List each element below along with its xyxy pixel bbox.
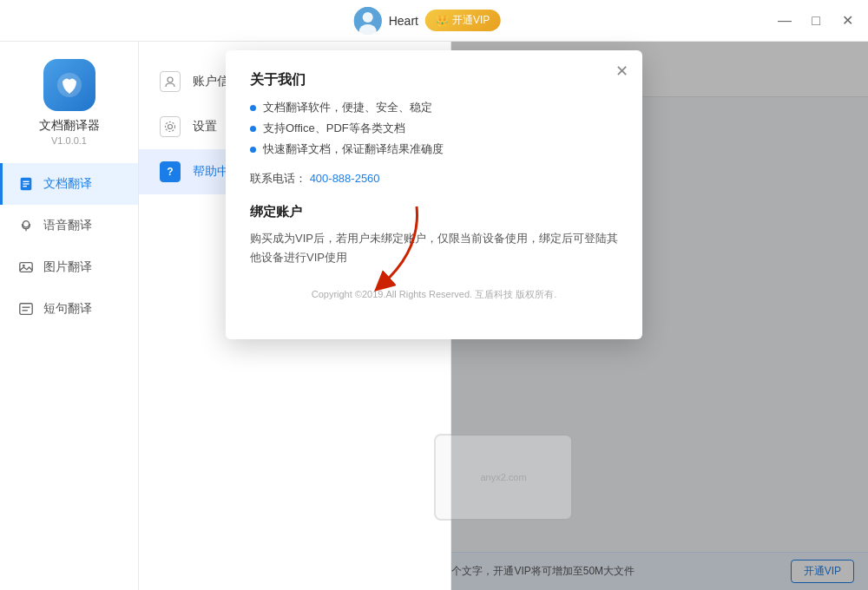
restore-button[interactable]: □ bbox=[802, 7, 830, 35]
image-icon bbox=[17, 259, 35, 276]
titlebar: Heart 👑 开通VIP — □ ✕ bbox=[0, 0, 868, 42]
sidebar-item-voice-label: 语音翻译 bbox=[43, 218, 92, 233]
contact-line: 联系电话： 400-888-2560 bbox=[250, 171, 618, 187]
svg-rect-10 bbox=[20, 263, 32, 272]
main-container: 文档翻译器 V1.0.0.1 文档翻译 语音翻译 bbox=[0, 42, 868, 590]
about-title: 关于我们 bbox=[250, 71, 618, 89]
features-list: 文档翻译软件，便捷、安全、稳定 支持Office、PDF等各类文档 快速翻译文档… bbox=[250, 100, 618, 157]
close-button[interactable]: ✕ bbox=[833, 7, 861, 35]
sidebar-item-image[interactable]: 图片翻译 bbox=[0, 246, 138, 288]
svg-point-11 bbox=[23, 265, 25, 267]
feature-item-0: 文档翻译软件，便捷、安全、稳定 bbox=[250, 100, 618, 115]
sidebar-item-short-label: 短句翻译 bbox=[43, 301, 92, 317]
dot-icon-2 bbox=[250, 147, 256, 153]
dot-icon-0 bbox=[250, 105, 256, 111]
feature-item-1: 支持Office、PDF等各类文档 bbox=[250, 121, 618, 136]
user-info: Heart 👑 开通VIP bbox=[354, 7, 515, 35]
avatar bbox=[354, 7, 382, 35]
watermark-img: anyx2.com bbox=[434, 434, 573, 521]
dialog-close-button[interactable]: ✕ bbox=[611, 61, 632, 82]
svg-point-8 bbox=[23, 221, 29, 227]
watermark: anyx2.com bbox=[434, 434, 573, 521]
voice-icon bbox=[17, 217, 35, 234]
short-icon bbox=[17, 300, 35, 318]
sidebar-item-voice[interactable]: 语音翻译 bbox=[0, 205, 138, 246]
help-dialog: ✕ 关于我们 文档翻译软件，便捷、安全、稳定 支持Office、PDF等各类文档 bbox=[226, 50, 642, 339]
bind-title: 绑定账户 bbox=[250, 204, 618, 220]
minimize-button[interactable]: — bbox=[771, 7, 799, 35]
svg-rect-12 bbox=[20, 304, 32, 315]
app-name: 文档翻译器 bbox=[39, 118, 100, 134]
dialog-footer: Copyright ©2019.All Rights Reserved. 互盾科… bbox=[250, 288, 618, 301]
doc-icon bbox=[17, 175, 35, 193]
settings-icon bbox=[160, 116, 181, 137]
contact-phone[interactable]: 400-888-2560 bbox=[310, 172, 380, 185]
feature-item-2: 快速翻译文档，保证翻译结果准确度 bbox=[250, 141, 618, 157]
arrow-indicator bbox=[365, 198, 434, 305]
content-area: 简体中文 ▼ ⇌ 英文 ▼ 翻译 W Word X Excel bbox=[139, 42, 868, 590]
help-icon: ? bbox=[160, 161, 181, 182]
dialog-content: 关于我们 文档翻译软件，便捷、安全、稳定 支持Office、PDF等各类文档 bbox=[226, 50, 642, 322]
svg-point-23 bbox=[168, 77, 173, 82]
window-controls: — □ ✕ bbox=[771, 7, 861, 35]
app-logo bbox=[43, 59, 95, 111]
sidebar: 文档翻译器 V1.0.0.1 文档翻译 语音翻译 bbox=[0, 42, 139, 590]
user-name: Heart bbox=[389, 14, 418, 28]
sidebar-item-short[interactable]: 短句翻译 bbox=[0, 288, 138, 330]
svg-point-1 bbox=[363, 12, 373, 23]
account-icon bbox=[160, 71, 181, 92]
app-version: V1.0.0.1 bbox=[51, 135, 87, 146]
sidebar-item-doc-label: 文档翻译 bbox=[43, 176, 92, 192]
sidebar-item-doc[interactable]: 文档翻译 bbox=[0, 163, 138, 205]
bind-desc: 购买成为VIP后，若用户未绑定账户，仅限当前设备使用，绑定后可登陆其他设备进行V… bbox=[250, 229, 618, 267]
vip-button[interactable]: 👑 开通VIP bbox=[425, 10, 500, 31]
dialog-overlay: 账户信息 设置 ? 帮助中心 bbox=[139, 42, 868, 590]
dot-icon-1 bbox=[250, 126, 256, 132]
sidebar-item-image-label: 图片翻译 bbox=[43, 259, 92, 275]
svg-point-25 bbox=[166, 122, 175, 132]
crown-icon: 👑 bbox=[436, 15, 449, 27]
svg-point-24 bbox=[168, 125, 173, 129]
